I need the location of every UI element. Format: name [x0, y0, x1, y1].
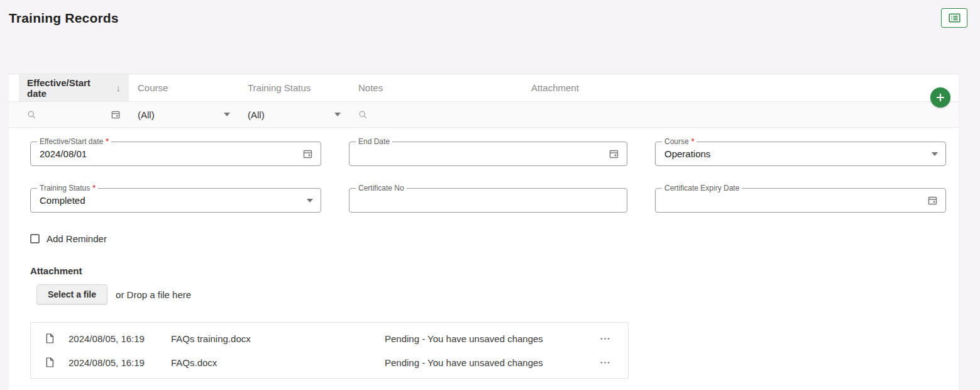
title-bar: Training Records — [0, 0, 980, 36]
search-icon — [358, 110, 368, 120]
effective-start-date-field[interactable]: Effective/Start date* 2024/08/01 — [30, 142, 321, 166]
file-row: 2024/08/05, 16:19 FAQs.docx Pending - Yo… — [31, 350, 628, 374]
certificate-no-field[interactable]: Certificate No — [349, 188, 627, 213]
training-status-field[interactable]: Training Status* Completed — [30, 188, 321, 213]
calendar-icon[interactable] — [608, 148, 619, 159]
column-label: Notes — [358, 82, 383, 93]
column-header-training-status[interactable]: Training Status — [239, 74, 350, 101]
field-label: Training Status — [40, 184, 90, 192]
record-form: Effective/Start date* 2024/08/01 End Dat… — [9, 128, 959, 379]
field-label: Course — [664, 137, 689, 146]
certificate-expiry-date-field[interactable]: Certificate Expiry Date — [655, 188, 946, 213]
file-timestamp: 2024/08/05, 16:19 — [69, 333, 171, 344]
calendar-icon[interactable] — [927, 195, 938, 206]
file-more-options-button[interactable] — [600, 361, 628, 364]
chevron-down-icon[interactable] — [932, 152, 938, 156]
column-header-notes[interactable]: Notes — [350, 74, 522, 101]
grid-filter-row: (All) (All) — [9, 102, 959, 128]
file-name: FAQs.docx — [171, 357, 385, 368]
column-label: Course — [138, 82, 168, 93]
column-label: Training Status — [248, 82, 311, 93]
document-icon — [31, 333, 69, 343]
field-label: Effective/Start date — [40, 137, 103, 146]
end-date-field[interactable]: End Date — [349, 142, 627, 166]
required-marker: * — [106, 137, 109, 146]
plus-icon — [935, 92, 945, 103]
course-value: Operations — [664, 148, 932, 159]
page-title: Training Records — [9, 11, 119, 26]
field-label: Certificate Expiry Date — [664, 184, 739, 192]
file-status: Pending - You have unsaved changes — [385, 357, 600, 368]
column-label: Attachment — [531, 82, 579, 93]
add-reminder-checkbox[interactable] — [30, 234, 40, 243]
add-reminder-label: Add Reminder — [47, 233, 107, 244]
upload-row: Select a file or Drop a file here — [36, 284, 946, 304]
add-reminder-checkbox-row[interactable]: Add Reminder — [30, 233, 946, 244]
training-records-card: Effective/Start date ↓ Course Training S… — [9, 74, 959, 390]
calendar-icon[interactable] — [111, 109, 121, 120]
filter-notes-search[interactable] — [350, 102, 522, 127]
filter-course-select[interactable]: (All) — [129, 102, 239, 127]
column-header-course[interactable]: Course — [129, 74, 239, 101]
file-more-options-button[interactable] — [600, 337, 628, 340]
chevron-down-icon — [334, 113, 341, 116]
table-list-icon — [949, 13, 961, 23]
select-file-button[interactable]: Select a file — [36, 284, 107, 304]
chevron-down-icon — [224, 113, 230, 116]
list-view-button[interactable] — [941, 8, 967, 28]
add-record-button[interactable] — [930, 87, 950, 108]
filter-course-value: (All) — [138, 109, 155, 120]
training-status-value: Completed — [40, 195, 307, 206]
file-status: Pending - You have unsaved changes — [385, 333, 600, 344]
column-label: Effective/Start date — [27, 77, 111, 99]
attachment-heading: Attachment — [30, 265, 946, 276]
course-field[interactable]: Course* Operations — [655, 142, 946, 166]
drop-file-hint: or Drop a file here — [116, 289, 191, 300]
grid-header: Effective/Start date ↓ Course Training S… — [9, 74, 959, 102]
required-marker: * — [92, 184, 96, 192]
column-header-attachment[interactable]: Attachment — [522, 74, 959, 101]
file-timestamp: 2024/08/05, 16:19 — [69, 357, 171, 368]
filter-effective-start-date[interactable] — [19, 102, 129, 127]
chevron-down-icon[interactable] — [307, 199, 313, 203]
file-row: 2024/08/05, 16:19 FAQs training.docx Pen… — [31, 326, 628, 350]
required-marker: * — [691, 137, 695, 146]
filter-training-status-select[interactable]: (All) — [239, 102, 350, 127]
filter-training-status-value: (All) — [248, 109, 265, 120]
column-header-effective-start-date[interactable]: Effective/Start date ↓ — [19, 74, 129, 101]
filter-attachment-empty — [522, 102, 959, 127]
field-label: End Date — [358, 137, 390, 146]
effective-start-date-value: 2024/08/01 — [40, 148, 302, 159]
search-icon — [27, 110, 36, 120]
calendar-icon[interactable] — [302, 148, 313, 159]
sort-descending-icon: ↓ — [116, 82, 121, 93]
attachment-file-list: 2024/08/05, 16:19 FAQs training.docx Pen… — [30, 322, 629, 379]
field-label: Certificate No — [358, 184, 404, 192]
document-icon — [31, 357, 69, 367]
file-name: FAQs training.docx — [171, 333, 385, 344]
